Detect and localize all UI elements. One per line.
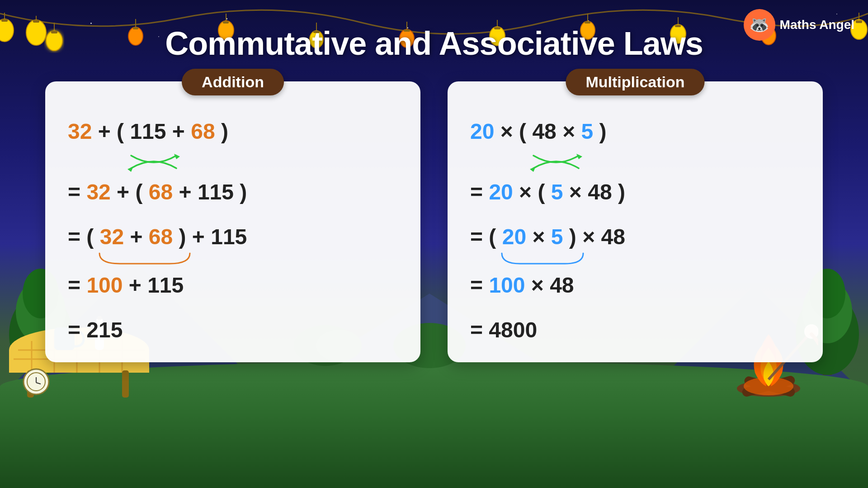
multiplication-cross-arrows — [524, 151, 588, 173]
svg-rect-15 — [1, 19, 8, 22]
addition-l5-eq: = 215 — [68, 316, 123, 344]
mult-l4-rest: × 48 — [525, 271, 574, 299]
addition-brace — [95, 251, 194, 267]
mult-l3-eq: = ( — [470, 223, 502, 251]
mult-l3-5: 5 — [551, 223, 563, 251]
mult-l2-5: 5 — [551, 178, 563, 206]
addition-line-1: 32 + ( 115 + 68 ) — [68, 118, 398, 146]
addition-l1-close: ) — [215, 118, 228, 146]
multiplication-card: Multiplication 20 × ( 48 × 5 ) = 20 × — [448, 81, 823, 362]
mult-l2-rest: × 48 ) — [563, 178, 625, 206]
addition-l1-115: 115 — [130, 118, 166, 146]
addition-l2-plus1: + ( — [111, 178, 149, 206]
addition-gap-2 — [68, 303, 398, 313]
svg-marker-51 — [530, 166, 536, 172]
multiplication-line-4: = 100 × 48 — [470, 271, 800, 299]
addition-l1-plus1: + ( — [92, 118, 130, 146]
multiplication-line-5: = 4800 — [470, 316, 800, 344]
mult-l4-eq: = — [470, 271, 489, 299]
addition-l2-plus2: + 115 ) — [173, 178, 247, 206]
mult-l3-times: × — [526, 223, 551, 251]
svg-marker-49 — [127, 166, 133, 172]
mult-l3-rest: ) × 48 — [563, 223, 625, 251]
multiplication-gap-1 — [470, 210, 800, 219]
addition-line-5: = 215 — [68, 316, 398, 344]
svg-rect-35 — [585, 21, 590, 24]
mult-l1-times1: × ( 48 × — [494, 118, 581, 146]
addition-l3-rest: ) + 115 — [173, 223, 247, 251]
addition-cross-arrows — [122, 151, 185, 173]
addition-line-3: = ( 32 + 68 ) + 115 — [68, 223, 398, 251]
addition-l3-plus: + — [124, 223, 149, 251]
multiplication-line-2: = 20 × ( 5 × 48 ) — [470, 178, 800, 206]
svg-rect-62 — [122, 370, 129, 398]
mult-l2-20: 20 — [489, 178, 513, 206]
mult-l5-eq: = 4800 — [470, 316, 537, 344]
multiplication-brace — [497, 251, 588, 267]
addition-l1-plus2: + — [166, 118, 191, 146]
mult-l2-times1: × ( — [513, 178, 551, 206]
addition-l1-68: 68 — [191, 118, 215, 146]
addition-l3-eq: = ( — [68, 223, 100, 251]
addition-l1-32: 32 — [68, 118, 92, 146]
mult-l3-20: 20 — [502, 223, 526, 251]
multiplication-line-1: 20 × ( 48 × 5 ) — [470, 118, 800, 146]
svg-rect-11 — [33, 20, 39, 23]
addition-l3-32: 32 — [100, 223, 124, 251]
mult-l2-eq: = — [470, 178, 489, 206]
addition-l2-68: 68 — [149, 178, 173, 206]
addition-line-2: = 32 + ( 68 + 115 ) — [68, 178, 398, 206]
multiplication-math-content: 20 × ( 48 × 5 ) = 20 × ( 5 × 48 ) — [470, 104, 800, 344]
addition-card: Addition 32 + ( 115 + 68 ) — [45, 81, 420, 362]
mult-l1-5: 5 — [581, 118, 594, 146]
addition-l4-100: 100 — [86, 271, 123, 299]
multiplication-card-label: Multiplication — [566, 69, 704, 95]
addition-l2-eq: = — [68, 178, 86, 206]
multiplication-line-3: = ( 20 × 5 ) × 48 — [470, 223, 800, 251]
page-title: Commutative and Associative Laws — [0, 25, 868, 62]
mult-l4-100: 100 — [489, 271, 525, 299]
addition-gap-1 — [68, 210, 398, 219]
cards-container: Addition 32 + ( 115 + 68 ) — [45, 81, 823, 362]
addition-l4-eq: = — [68, 271, 86, 299]
addition-card-label: Addition — [182, 69, 284, 95]
mult-l1-20: 20 — [470, 118, 494, 146]
addition-math-content: 32 + ( 115 + 68 ) = 32 — [68, 104, 398, 344]
svg-rect-47 — [856, 20, 862, 23]
addition-l2-32: 32 — [86, 178, 110, 206]
addition-l3-68: 68 — [149, 223, 173, 251]
addition-line-4: = 100 + 115 — [68, 271, 398, 299]
svg-rect-19 — [223, 21, 229, 24]
multiplication-gap-2 — [470, 303, 800, 313]
mult-l1-close: ) — [593, 118, 606, 146]
addition-l4-rest: + 115 — [123, 271, 184, 299]
